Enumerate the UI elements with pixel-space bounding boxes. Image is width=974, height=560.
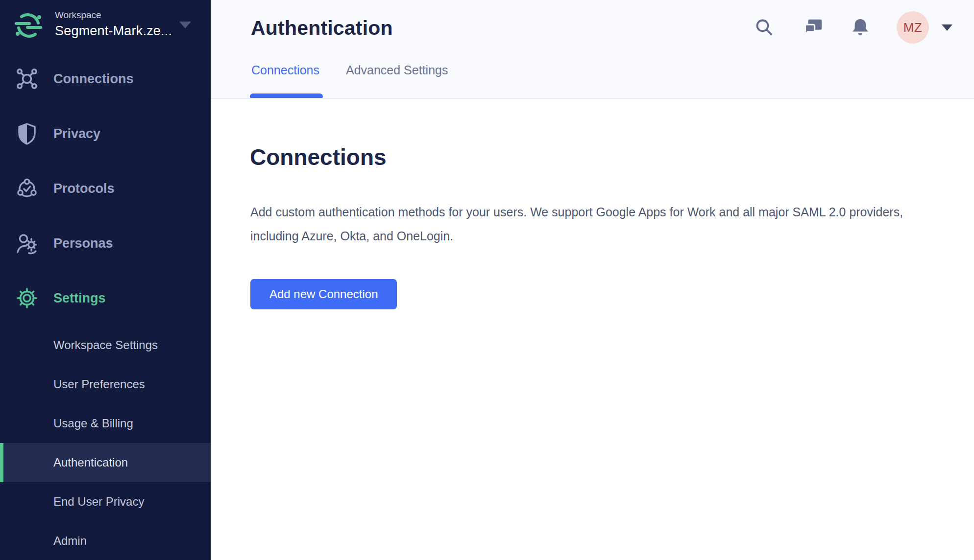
workspace-switcher[interactable]: Workspace Segment-Mark.ze... — [0, 0, 211, 39]
connections-icon — [15, 67, 39, 91]
page-title: Authentication — [251, 17, 393, 40]
tab-advanced-settings[interactable]: Advanced Settings — [346, 63, 448, 98]
header-actions: MZ — [755, 0, 952, 55]
sidebar-nav: Connections Privacy — [0, 57, 211, 331]
sidebar-item-label: Protocols — [53, 181, 115, 196]
gear-icon — [15, 286, 39, 310]
user-avatar[interactable]: MZ — [897, 11, 929, 44]
sidebar-item-privacy[interactable]: Privacy — [0, 112, 211, 156]
chevron-down-icon[interactable] — [179, 22, 191, 28]
sidebar-item-connections[interactable]: Connections — [0, 57, 211, 101]
sidebar-item-authentication[interactable]: Authentication — [0, 443, 211, 482]
workspace-name: Segment-Mark.ze... — [55, 23, 172, 39]
sidebar: Workspace Segment-Mark.ze... — [0, 0, 211, 560]
add-new-connection-button[interactable]: Add new Connection — [250, 279, 397, 309]
sidebar-item-usage-billing[interactable]: Usage & Billing — [0, 404, 211, 443]
sidebar-settings-subnav: Workspace Settings User Preferences Usag… — [0, 326, 211, 560]
sidebar-item-settings[interactable]: Settings — [0, 276, 211, 320]
sidebar-item-label: Connections — [53, 71, 134, 87]
sidebar-item-label: Settings — [53, 291, 106, 306]
segment-logo-icon — [15, 12, 42, 39]
user-menu-chevron-icon[interactable] — [942, 24, 952, 31]
tab-connections[interactable]: Connections — [251, 63, 319, 98]
section-description: Add custom authentication methods for yo… — [250, 200, 950, 248]
sidebar-item-protocols[interactable]: Protocols — [0, 166, 211, 210]
avatar-initials: MZ — [903, 20, 923, 35]
main-area: Authentication Connections Advanced Sett… — [211, 0, 974, 560]
sidebar-item-end-user-privacy[interactable]: End User Privacy — [0, 482, 211, 521]
section-heading: Connections — [250, 144, 387, 170]
sidebar-item-label: Privacy — [53, 126, 100, 141]
sidebar-item-admin[interactable]: Admin — [0, 521, 211, 560]
workspace-label: Workspace — [55, 10, 172, 21]
sidebar-item-user-preferences[interactable]: User Preferences — [0, 365, 211, 404]
sidebar-item-workspace-settings[interactable]: Workspace Settings — [0, 326, 211, 365]
personas-icon — [15, 231, 39, 256]
sidebar-item-label: Personas — [53, 236, 113, 251]
app-window: Workspace Segment-Mark.ze... — [0, 0, 974, 560]
protocols-icon — [15, 176, 39, 201]
chat-icon[interactable] — [803, 17, 823, 38]
shield-icon — [15, 121, 39, 146]
search-icon[interactable] — [755, 18, 774, 37]
content-panel: Connections Add custom authentication me… — [211, 100, 974, 560]
page-header: Authentication Connections Advanced Sett… — [211, 0, 974, 99]
bell-icon[interactable] — [851, 17, 870, 38]
tab-bar: Connections Advanced Settings — [251, 63, 474, 98]
sidebar-item-personas[interactable]: Personas — [0, 221, 211, 265]
